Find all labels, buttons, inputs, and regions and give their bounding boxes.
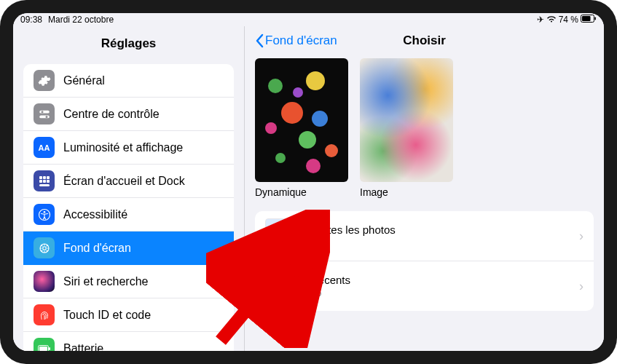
sidebar-item-label: Centre de contrôle <box>63 108 160 121</box>
sidebar-item-accessibility[interactable]: Accessibilité <box>23 198 234 232</box>
svg-point-5 <box>41 111 43 113</box>
wallpaper-preview-image <box>360 58 453 182</box>
wallpaper-preview-dynamic <box>255 58 348 182</box>
album-thumbnail <box>265 218 300 253</box>
svg-rect-12 <box>47 180 50 183</box>
status-date: Mardi 22 octobre <box>48 15 114 25</box>
wallpaper-label: Image <box>360 186 453 198</box>
home-grid-icon <box>34 170 55 191</box>
svg-point-15 <box>43 210 45 213</box>
battery-icon <box>581 15 597 25</box>
sidebar-item-home-dock[interactable]: Écran d'accueil et Dock <box>23 165 234 198</box>
siri-icon <box>34 271 55 292</box>
sidebar-item-label: Touch ID et code <box>63 309 151 322</box>
sidebar-item-battery[interactable]: Batterie <box>23 332 234 351</box>
wallpaper-tile-dynamic[interactable]: Dynamique <box>255 58 348 198</box>
album-title: Toutes les photos <box>310 223 569 236</box>
svg-rect-11 <box>43 180 46 183</box>
wallpaper-icon <box>34 237 55 258</box>
back-button[interactable]: Fond d'écran <box>255 33 337 48</box>
sidebar-item-wallpaper[interactable]: Fond d'écran <box>23 232 234 265</box>
album-count: 16 <box>310 237 569 248</box>
chevron-left-icon <box>255 33 264 48</box>
gear-icon <box>34 70 55 91</box>
album-thumbnail <box>265 269 300 304</box>
svg-rect-1 <box>582 16 591 21</box>
battery-text: 74 % <box>559 15 578 25</box>
screen: 09:38 Mardi 22 octobre ✈︎ 74 % Réglages <box>13 13 604 351</box>
battery-icon <box>34 338 55 351</box>
accessibility-icon <box>34 204 55 225</box>
svg-rect-9 <box>47 176 50 179</box>
sidebar-item-label: Fond d'écran <box>63 242 131 255</box>
chevron-right-icon: › <box>579 229 583 244</box>
sidebar-item-label: Accessibilité <box>63 208 127 221</box>
detail-panel: Fond d'écran Choisir <box>245 26 604 351</box>
sliders-icon <box>34 103 55 124</box>
sidebar-item-label: Écran d'accueil et Dock <box>63 175 185 188</box>
text-size-icon: AA <box>34 137 55 158</box>
airplane-icon: ✈︎ <box>537 15 544 25</box>
sidebar-item-label: Batterie <box>63 342 103 352</box>
svg-rect-20 <box>49 347 50 350</box>
svg-rect-13 <box>39 184 50 186</box>
status-time: 09:38 <box>20 15 42 25</box>
page-title: Choisir <box>403 33 446 48</box>
svg-rect-10 <box>39 180 42 183</box>
album-row-recents[interactable]: Récents 16 › <box>255 261 594 311</box>
svg-rect-19 <box>39 347 47 351</box>
chevron-right-icon: › <box>579 279 583 294</box>
sidebar-item-label: Général <box>63 74 105 87</box>
sidebar-item-label: Siri et recherche <box>63 275 149 288</box>
album-count: 16 <box>310 287 569 298</box>
sidebar-item-control-center[interactable]: Centre de contrôle <box>23 98 234 131</box>
fingerprint-icon <box>34 304 55 325</box>
wifi-icon <box>546 15 557 25</box>
sidebar-item-siri[interactable]: Siri et recherche <box>23 265 234 298</box>
svg-point-6 <box>45 115 47 117</box>
sidebar-item-display[interactable]: AA Luminosité et affichage <box>23 131 234 165</box>
svg-rect-8 <box>43 176 46 179</box>
svg-rect-7 <box>39 176 42 179</box>
wallpaper-tile-image[interactable]: Image <box>360 58 453 198</box>
device-frame: 09:38 Mardi 22 octobre ✈︎ 74 % Réglages <box>0 0 617 364</box>
sidebar-item-general[interactable]: Général <box>23 64 234 98</box>
sidebar-item-label: Luminosité et affichage <box>63 141 183 154</box>
settings-sidebar: Réglages Général <box>13 26 245 351</box>
svg-rect-2 <box>595 17 597 20</box>
album-row-all-photos[interactable]: Toutes les photos 16 › <box>255 211 594 261</box>
svg-point-16 <box>42 246 46 250</box>
svg-rect-4 <box>39 115 50 118</box>
status-bar: 09:38 Mardi 22 octobre ✈︎ 74 % <box>13 13 604 26</box>
sidebar-item-touchid[interactable]: Touch ID et code <box>23 298 234 332</box>
sidebar-title: Réglages <box>13 26 244 64</box>
album-title: Récents <box>310 274 569 286</box>
svg-rect-3 <box>39 110 50 113</box>
nav-bar: Fond d'écran Choisir <box>245 26 604 58</box>
wallpaper-label: Dynamique <box>255 186 348 198</box>
back-label: Fond d'écran <box>265 33 337 48</box>
